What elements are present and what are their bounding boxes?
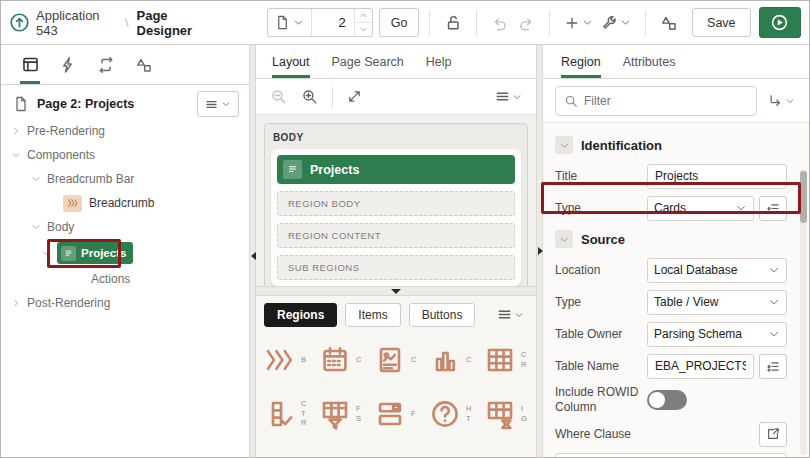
tree-item-components[interactable]: Components: [1, 143, 249, 167]
gallery-item-interactive-grid[interactable]: I G: [484, 391, 536, 437]
layout-menu-button[interactable]: [491, 85, 526, 108]
property-panel-menu-button[interactable]: [767, 93, 795, 109]
gallery-item-chart[interactable]: C: [429, 337, 484, 383]
create-menu-button[interactable]: [560, 11, 597, 35]
select-value: Local Database: [654, 263, 768, 277]
gallery-item-faceted-search[interactable]: F S: [319, 391, 374, 437]
where-clause-textarea[interactable]: [555, 453, 787, 457]
tree-item-post-rendering[interactable]: Post-Rendering: [1, 291, 249, 315]
tree-item-body[interactable]: Body: [1, 215, 249, 239]
left-splitter[interactable]: [249, 45, 256, 457]
gallery-item-classic-report[interactable]: C R: [484, 337, 536, 383]
stepper-up-icon[interactable]: [355, 9, 372, 23]
code-editor-button[interactable]: [759, 422, 787, 447]
tree-item-breadcrumb[interactable]: Breadcrumb: [1, 191, 249, 215]
property-filter-row: [543, 79, 809, 123]
save-button[interactable]: Save: [692, 8, 751, 37]
undo-icon[interactable]: [487, 10, 513, 36]
zoom-out-icon[interactable]: [266, 84, 291, 109]
scrollbar-thumb[interactable]: [800, 171, 807, 223]
gallery-item-help-text[interactable]: H T: [429, 391, 484, 437]
tree-item-breadcrumb-bar[interactable]: Breadcrumb Bar: [1, 167, 249, 191]
tab-region[interactable]: Region: [561, 45, 601, 78]
redo-icon[interactable]: [513, 10, 539, 36]
rendering-tree-panel: Page 2: Projects Pre-Rendering Component…: [1, 45, 249, 457]
lock-icon[interactable]: [440, 10, 466, 36]
gallery-tab-bar: Regions Items Buttons: [264, 303, 528, 327]
tab-processing[interactable]: [89, 45, 123, 84]
field-label: Table Name: [555, 359, 647, 374]
page-picker-button[interactable]: [268, 9, 312, 36]
tree-item-pre-rendering[interactable]: Pre-Rendering: [1, 119, 249, 143]
chevron-down-icon: [293, 17, 304, 28]
tree-item-actions[interactable]: Actions: [1, 267, 249, 291]
layout-canvas: BODY Projects REGION BODY REGION CONTENT…: [256, 115, 536, 286]
section-identification[interactable]: Identification: [555, 133, 787, 157]
tab-help[interactable]: Help: [426, 45, 452, 78]
region-content-placeholder[interactable]: REGION CONTENT: [277, 223, 515, 248]
expand-all-icon[interactable]: [343, 85, 366, 108]
gallery-splitter[interactable]: [256, 286, 536, 296]
section-source[interactable]: Source: [555, 227, 787, 251]
faceted-search-icon: [319, 398, 351, 430]
region-body-placeholder[interactable]: REGION BODY: [277, 191, 515, 216]
property-scrollbar[interactable]: [800, 169, 807, 455]
chart-icon: [429, 344, 461, 376]
gallery-tab-items[interactable]: Items: [345, 303, 400, 327]
selected-region-pill[interactable]: Projects: [57, 242, 133, 264]
gallery-item-breadcrumb[interactable]: B: [264, 337, 319, 383]
breadcrumb-application-link[interactable]: Application 543: [36, 8, 117, 38]
type-select[interactable]: Cards: [647, 196, 754, 221]
tree-menu-button[interactable]: [197, 91, 239, 117]
chevron-down-icon: [620, 17, 631, 28]
table-name-lov-button[interactable]: [759, 354, 787, 379]
run-page-button[interactable]: [759, 7, 801, 38]
body-container[interactable]: BODY Projects REGION BODY REGION CONTENT…: [264, 123, 528, 286]
chevron-down-icon: [582, 17, 593, 28]
location-select[interactable]: Local Database: [647, 258, 787, 283]
title-input[interactable]: [647, 164, 787, 189]
collapse-section-icon[interactable]: [555, 230, 573, 248]
gallery-item-calendar[interactable]: C: [319, 337, 374, 383]
collapse-down-icon[interactable]: [391, 289, 401, 294]
tab-layout[interactable]: Layout: [272, 45, 310, 78]
tab-attributes[interactable]: Attributes: [623, 45, 676, 78]
include-rowid-toggle[interactable]: [647, 390, 687, 410]
collapse-section-icon[interactable]: [555, 136, 573, 154]
breadcrumb: Application 543 \ Page Designer: [36, 8, 219, 38]
stepper-down-icon[interactable]: [355, 23, 372, 36]
tab-dynamic-actions[interactable]: [51, 45, 85, 84]
up-level-icon[interactable]: [9, 12, 30, 33]
region-card: Projects REGION BODY REGION CONTENT SUB …: [271, 149, 521, 286]
cards-region-icon: [283, 160, 302, 179]
tab-page-search[interactable]: Page Search: [332, 45, 404, 78]
tab-shared-components[interactable]: [127, 45, 161, 84]
tree-item-label: Post-Rendering: [27, 296, 110, 310]
gallery-item-column-toggle-report[interactable]: C T R: [264, 391, 319, 437]
sub-regions-placeholder[interactable]: SUB REGIONS: [277, 255, 515, 280]
tree-item-projects[interactable]: Projects: [1, 239, 249, 267]
field-source-type: Type Table / View: [555, 289, 787, 315]
table-owner-select[interactable]: Parsing Schema: [647, 322, 787, 347]
zoom-in-icon[interactable]: [297, 84, 322, 109]
gallery-menu-button[interactable]: [493, 303, 528, 326]
go-button[interactable]: Go: [379, 8, 420, 37]
gallery-tab-buttons[interactable]: Buttons: [409, 303, 476, 327]
source-type-select[interactable]: Table / View: [647, 290, 787, 315]
right-splitter[interactable]: [536, 45, 543, 457]
hamburger-icon: [495, 89, 510, 104]
shared-components-icon[interactable]: [656, 10, 682, 36]
gallery-item-cards[interactable]: C: [374, 337, 429, 383]
gallery-tab-regions[interactable]: Regions: [264, 303, 337, 327]
breadcrumb-region-icon: [63, 195, 82, 212]
type-lov-button[interactable]: [759, 196, 787, 221]
projects-region[interactable]: Projects: [277, 155, 515, 184]
gallery-item-form[interactable]: F: [374, 391, 429, 437]
page-number-input[interactable]: [312, 15, 354, 30]
filter-field[interactable]: [555, 86, 757, 116]
tab-rendering[interactable]: [13, 45, 47, 84]
collapse-left-icon[interactable]: [251, 252, 256, 260]
filter-input[interactable]: [584, 94, 748, 108]
utilities-menu-button[interactable]: [597, 10, 635, 35]
table-name-input[interactable]: [647, 354, 754, 379]
